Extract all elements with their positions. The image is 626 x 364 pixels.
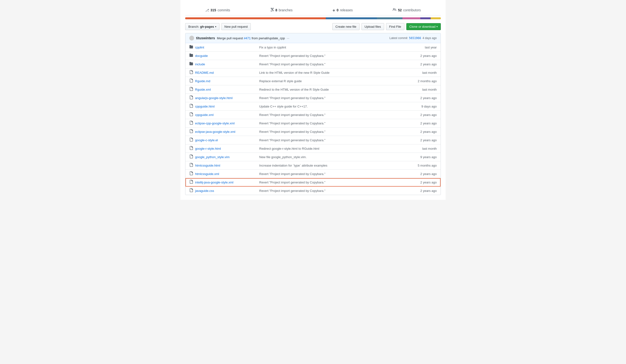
lang-segment-2 [326, 17, 377, 19]
file-time: 2 years ago [413, 138, 437, 142]
commits-count: 315 [210, 8, 216, 12]
table-row: README.mdLink to the HTML version of the… [185, 69, 441, 77]
file-time: 2 years ago [413, 130, 437, 134]
commits-icon: ⎇ [205, 8, 209, 12]
file-name-link[interactable]: cppguide.xml [195, 113, 255, 117]
table-row: includeRevert "Project import generated … [185, 60, 441, 69]
releases-count: 0 [337, 8, 339, 12]
toolbar-right: Create new file Upload files Find File C… [332, 23, 441, 30]
repo-toolbar: Branch: gh-pages New pull request Create… [185, 23, 441, 30]
table-row: google-r-style.htmlRedirect google-r-sty… [185, 145, 441, 153]
file-icon [189, 70, 193, 75]
file-icon [189, 121, 193, 126]
file-name-link[interactable]: google_python_style.vim [195, 155, 255, 159]
commit-pr-link[interactable]: #471 [244, 36, 251, 40]
create-new-file-button[interactable]: Create new file [332, 23, 359, 30]
commit-message: Merge pull request #471 from pwnall/upda… [217, 36, 289, 40]
folder-icon [189, 53, 193, 58]
contributors-stat[interactable]: 52 contributors [392, 8, 421, 12]
lang-segment-4 [402, 17, 420, 19]
file-commit-message: Revert "Project import generated by Copy… [255, 138, 413, 142]
new-pull-request-button[interactable]: New pull request [221, 23, 251, 30]
file-time: 2 years ago [413, 54, 437, 58]
contributors-label: contributors [403, 8, 421, 12]
file-time: 9 years ago [413, 155, 437, 159]
file-commit-message: Revert "Project import generated by Copy… [255, 54, 413, 58]
file-name-link[interactable]: intellij-java-google-style.xml [195, 181, 255, 184]
branch-selector[interactable]: Branch: gh-pages [185, 23, 219, 30]
commit-message-prefix: Merge pull request [217, 36, 243, 40]
toolbar-left: Branch: gh-pages New pull request [185, 23, 251, 30]
commit-message-suffix: from pwnall/update_cpp [251, 36, 285, 40]
contributors-icon [392, 8, 396, 12]
file-time: 9 days ago [413, 105, 437, 108]
table-row: Rguide.mdReplace external R style guide2… [185, 77, 441, 85]
file-name-link[interactable]: javaguide.css [195, 189, 255, 193]
file-name-link[interactable]: README.md [195, 71, 255, 74]
file-rows-container: cpplintFix a typo in cpplintlast yeardoc… [185, 43, 441, 195]
file-time: last month [413, 88, 437, 91]
table-row: docguideRevert "Project import generated… [185, 52, 441, 60]
file-name-link[interactable]: google-r-style.html [195, 147, 255, 150]
file-name-link[interactable]: cpplint [195, 45, 255, 49]
commit-header-right: Latest commit 5651966 4 days ago [390, 36, 437, 40]
commit-header: tituswinters Merge pull request #471 fro… [185, 33, 441, 43]
file-commit-message: Replace external R style guide [255, 79, 413, 83]
file-name-link[interactable]: eclipse-java-google-style.xml [195, 130, 255, 134]
file-commit-message: Revert "Project import generated by Copy… [255, 96, 413, 100]
commit-dots: ··· [287, 36, 289, 40]
file-time: 2 years ago [413, 189, 437, 193]
branches-count: 8 [275, 8, 277, 12]
file-icon [189, 154, 193, 159]
file-name-link[interactable]: htmlcssguide.xml [195, 172, 255, 176]
svg-point-0 [191, 36, 193, 38]
file-time: 2 years ago [413, 181, 437, 184]
file-name-link[interactable]: include [195, 62, 255, 66]
file-table: tituswinters Merge pull request #471 fro… [185, 33, 441, 195]
file-icon [189, 95, 193, 100]
file-name-link[interactable]: Rguide.md [195, 79, 255, 83]
file-time: 2 years ago [413, 121, 437, 125]
file-commit-message: Revert "Project import generated by Copy… [255, 62, 413, 66]
file-name-link[interactable]: Rguide.xml [195, 88, 255, 91]
file-name-link[interactable]: docguide [195, 54, 255, 58]
table-row: angularjs-google-style.htmlRevert "Proje… [185, 94, 441, 102]
file-icon [189, 79, 193, 83]
lang-segment-1 [185, 17, 326, 19]
commit-author[interactable]: tituswinters [196, 36, 215, 40]
commits-stat[interactable]: ⎇ 315 commits [205, 8, 230, 12]
file-time: last month [413, 147, 437, 150]
clone-or-download-button[interactable]: Clone or download [406, 23, 441, 30]
branches-stat[interactable]: 8 branches [270, 8, 292, 12]
file-time: last month [413, 71, 437, 74]
lang-segment-5 [420, 17, 430, 19]
releases-stat[interactable]: ◈ 0 releases [333, 8, 353, 12]
file-commit-message: Revert "Project import generated by Copy… [255, 172, 413, 176]
releases-icon: ◈ [333, 8, 335, 12]
file-commit-message: Revert "Project import generated by Copy… [255, 181, 413, 184]
file-time: 2 months ago [413, 79, 437, 83]
commits-label: commits [218, 8, 230, 12]
file-time: 5 months ago [413, 164, 437, 167]
file-commit-message: Increase indentation for `type` attribut… [255, 164, 413, 167]
file-name-link[interactable]: google-c-style.el [195, 138, 255, 142]
commit-header-left: tituswinters Merge pull request #471 fro… [189, 36, 289, 40]
lang-segment-3 [377, 17, 402, 19]
language-bar [185, 17, 441, 19]
file-name-link[interactable]: htmlcssguide.html [195, 164, 255, 167]
latest-commit-label: Latest commit [390, 36, 408, 40]
file-name-link[interactable]: cppguide.html [195, 105, 255, 108]
file-commit-message: Revert "Project import generated by Copy… [255, 113, 413, 117]
upload-files-button[interactable]: Upload files [361, 23, 384, 30]
lang-segment-6 [431, 17, 441, 19]
file-icon [189, 112, 193, 117]
commit-sha[interactable]: 5651966 [409, 36, 421, 40]
file-commit-message: Revert "Project import generated by Copy… [255, 130, 413, 134]
file-icon [189, 188, 193, 193]
file-name-link[interactable]: angularjs-google-style.html [195, 96, 255, 100]
file-commit-message: Revert "Project import generated by Copy… [255, 189, 413, 193]
find-file-button[interactable]: Find File [386, 23, 404, 30]
branch-label-prefix: Branch: [188, 25, 199, 29]
file-commit-message: Update C++ style guide for C++17. [255, 105, 413, 108]
file-name-link[interactable]: eclipse-cpp-google-style.xml [195, 121, 255, 125]
